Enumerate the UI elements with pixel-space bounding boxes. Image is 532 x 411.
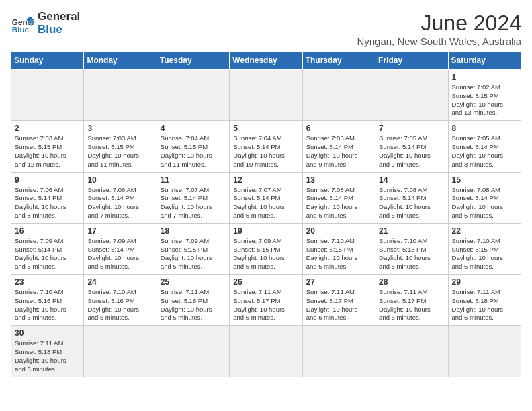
day-info: Sunrise: 7:03 AM Sunset: 5:15 PM Dayligh… [87,134,152,169]
day-number: 1 [452,73,517,82]
day-info: Sunrise: 7:10 AM Sunset: 5:15 PM Dayligh… [452,237,517,271]
day-number: 24 [87,277,152,287]
calendar-day-cell [448,326,521,377]
day-number: 7 [379,124,444,133]
calendar-day-cell: 17Sunrise: 7:09 AM Sunset: 5:14 PM Dayli… [84,223,157,274]
day-info: Sunrise: 7:08 AM Sunset: 5:14 PM Dayligh… [452,186,517,220]
calendar-day-cell: 3Sunrise: 7:03 AM Sunset: 5:15 PM Daylig… [84,121,157,172]
calendar-day-cell: 19Sunrise: 7:09 AM Sunset: 5:15 PM Dayli… [230,223,302,274]
calendar-day-cell: 25Sunrise: 7:11 AM Sunset: 5:16 PM Dayli… [157,275,229,326]
day-info: Sunrise: 7:11 AM Sunset: 5:17 PM Dayligh… [306,288,371,322]
location-title: Nyngan, New South Wales, Australia [357,36,521,47]
title-area: June 2024 Nyngan, New South Wales, Austr… [357,11,521,47]
calendar-header-cell: Saturday [448,52,521,70]
calendar-week-row: 30Sunrise: 7:11 AM Sunset: 5:18 PM Dayli… [11,326,521,377]
calendar-week-row: 2Sunrise: 7:03 AM Sunset: 5:15 PM Daylig… [11,121,521,172]
calendar-day-cell: 15Sunrise: 7:08 AM Sunset: 5:14 PM Dayli… [448,172,521,223]
calendar-day-cell: 8Sunrise: 7:05 AM Sunset: 5:14 PM Daylig… [448,121,521,172]
day-info: Sunrise: 7:06 AM Sunset: 5:14 PM Dayligh… [87,186,152,220]
calendar-day-cell: 30Sunrise: 7:11 AM Sunset: 5:18 PM Dayli… [11,326,84,377]
day-info: Sunrise: 7:11 AM Sunset: 5:17 PM Dayligh… [379,288,444,322]
calendar-day-cell: 1Sunrise: 7:02 AM Sunset: 5:15 PM Daylig… [448,70,521,121]
day-number: 30 [15,328,80,338]
day-info: Sunrise: 7:09 AM Sunset: 5:15 PM Dayligh… [161,237,226,271]
day-info: Sunrise: 7:10 AM Sunset: 5:15 PM Dayligh… [306,237,371,271]
day-number: 23 [15,277,80,287]
calendar-day-cell: 27Sunrise: 7:11 AM Sunset: 5:17 PM Dayli… [302,275,375,326]
logo-general-text: General [38,11,80,24]
calendar-day-cell: 20Sunrise: 7:10 AM Sunset: 5:15 PM Dayli… [302,223,375,274]
day-info: Sunrise: 7:10 AM Sunset: 5:16 PM Dayligh… [87,288,152,322]
day-number: 27 [306,277,371,287]
calendar-table: SundayMondayTuesdayWednesdayThursdayFrid… [11,51,521,377]
day-number: 16 [15,226,80,236]
calendar-day-cell [302,326,375,377]
day-info: Sunrise: 7:08 AM Sunset: 5:14 PM Dayligh… [379,186,444,220]
day-number: 3 [87,124,152,133]
calendar-day-cell: 13Sunrise: 7:08 AM Sunset: 5:14 PM Dayli… [302,172,375,223]
page-header: General Blue General Blue June 2024 Nyng… [11,11,521,47]
calendar-header-row: SundayMondayTuesdayWednesdayThursdayFrid… [11,52,521,70]
day-number: 25 [161,277,226,287]
logo-blue-text: Blue [38,24,80,36]
logo-icon: General Blue [11,11,35,36]
calendar-header-cell: Monday [84,52,157,70]
calendar-day-cell [84,70,157,121]
calendar-day-cell [375,70,448,121]
day-number: 29 [452,277,517,287]
day-number: 22 [452,226,517,236]
day-number: 12 [233,175,298,185]
calendar-day-cell: 7Sunrise: 7:05 AM Sunset: 5:14 PM Daylig… [375,121,448,172]
day-info: Sunrise: 7:06 AM Sunset: 5:14 PM Dayligh… [15,186,80,220]
calendar-day-cell [11,70,84,121]
calendar-week-row: 23Sunrise: 7:10 AM Sunset: 5:16 PM Dayli… [11,275,521,326]
calendar-header-cell: Friday [375,52,448,70]
calendar-day-cell: 2Sunrise: 7:03 AM Sunset: 5:15 PM Daylig… [11,121,84,172]
day-number: 13 [306,175,371,185]
day-number: 5 [233,124,298,133]
day-info: Sunrise: 7:04 AM Sunset: 5:14 PM Dayligh… [233,134,298,169]
calendar-day-cell: 21Sunrise: 7:10 AM Sunset: 5:15 PM Dayli… [375,223,448,274]
calendar-day-cell [230,326,302,377]
day-info: Sunrise: 7:11 AM Sunset: 5:17 PM Dayligh… [233,288,298,322]
day-number: 20 [306,226,371,236]
calendar-day-cell [157,70,229,121]
day-info: Sunrise: 7:07 AM Sunset: 5:14 PM Dayligh… [161,186,226,220]
calendar-day-cell: 23Sunrise: 7:10 AM Sunset: 5:16 PM Dayli… [11,275,84,326]
day-number: 9 [15,175,80,185]
calendar-day-cell: 26Sunrise: 7:11 AM Sunset: 5:17 PM Dayli… [230,275,302,326]
day-number: 15 [452,175,517,185]
calendar-header-cell: Sunday [11,52,84,70]
day-info: Sunrise: 7:10 AM Sunset: 5:16 PM Dayligh… [15,288,80,322]
day-number: 10 [87,175,152,185]
day-number: 21 [379,226,444,236]
calendar-day-cell: 10Sunrise: 7:06 AM Sunset: 5:14 PM Dayli… [84,172,157,223]
day-number: 6 [306,124,371,133]
day-number: 26 [233,277,298,287]
day-number: 28 [379,277,444,287]
calendar-day-cell: 5Sunrise: 7:04 AM Sunset: 5:14 PM Daylig… [230,121,302,172]
day-info: Sunrise: 7:04 AM Sunset: 5:15 PM Dayligh… [161,134,226,169]
calendar-day-cell: 14Sunrise: 7:08 AM Sunset: 5:14 PM Dayli… [375,172,448,223]
day-info: Sunrise: 7:03 AM Sunset: 5:15 PM Dayligh… [15,134,80,169]
calendar-day-cell: 11Sunrise: 7:07 AM Sunset: 5:14 PM Dayli… [157,172,229,223]
calendar-day-cell: 9Sunrise: 7:06 AM Sunset: 5:14 PM Daylig… [11,172,84,223]
calendar-day-cell [157,326,229,377]
calendar-header-cell: Wednesday [230,52,302,70]
calendar-day-cell: 22Sunrise: 7:10 AM Sunset: 5:15 PM Dayli… [448,223,521,274]
day-info: Sunrise: 7:10 AM Sunset: 5:15 PM Dayligh… [379,237,444,271]
day-info: Sunrise: 7:05 AM Sunset: 5:14 PM Dayligh… [306,134,371,169]
day-number: 14 [379,175,444,185]
calendar-week-row: 9Sunrise: 7:06 AM Sunset: 5:14 PM Daylig… [11,172,521,223]
day-info: Sunrise: 7:02 AM Sunset: 5:15 PM Dayligh… [452,83,517,118]
day-info: Sunrise: 7:05 AM Sunset: 5:14 PM Dayligh… [452,134,517,169]
calendar-week-row: 16Sunrise: 7:09 AM Sunset: 5:14 PM Dayli… [11,223,521,274]
calendar-day-cell: 16Sunrise: 7:09 AM Sunset: 5:14 PM Dayli… [11,223,84,274]
calendar-body: 1Sunrise: 7:02 AM Sunset: 5:15 PM Daylig… [11,70,521,377]
month-title: June 2024 [357,11,521,36]
day-number: 18 [161,226,226,236]
svg-text:Blue: Blue [12,24,30,33]
calendar-day-cell [302,70,375,121]
calendar-day-cell: 24Sunrise: 7:10 AM Sunset: 5:16 PM Dayli… [84,275,157,326]
day-number: 4 [161,124,226,133]
